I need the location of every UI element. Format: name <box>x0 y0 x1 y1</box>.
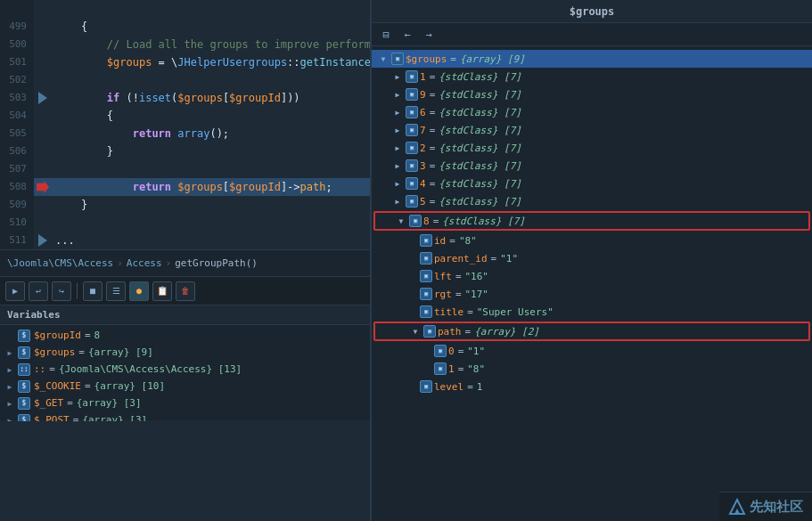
tree-item-6[interactable]: ▣ 6 = {stdClass} [7] <box>372 103 812 121</box>
tree-item-1[interactable]: ▣ 1 = {stdClass} [7] <box>372 68 812 85</box>
main-container: protected static function getGroupPath($… <box>0 0 812 521</box>
ln-506: 506 <box>0 142 34 160</box>
ln-509: 509 <box>0 196 34 214</box>
ln-501: 501 <box>0 53 34 71</box>
var-icon-groupId: $ <box>18 330 30 342</box>
tree-expand-7[interactable] <box>391 124 404 136</box>
tree-item-path[interactable]: ▣ path = {array} [2] <box>375 322 808 340</box>
toolbar-btn-list[interactable]: ☰ <box>106 281 126 301</box>
g-500 <box>34 36 52 53</box>
breakpoint-icon-508 <box>37 181 49 193</box>
toolbar-btn-watch[interactable]: ● <box>129 281 149 301</box>
tree-item-8[interactable]: ▣ 8 = {stdClass} [7] <box>375 212 808 230</box>
breadcrumb-sep-2: › <box>166 257 172 269</box>
tree-expand-p1 <box>420 362 432 375</box>
tree-icon-9: ▣ <box>406 88 418 101</box>
tree-icon-groups: ▣ <box>391 53 404 65</box>
var-icon-cookie: $ <box>18 380 30 393</box>
breadcrumb-item-2[interactable]: Access <box>127 257 162 269</box>
tree-item-path-1[interactable]: ▣ 1 = "8" <box>372 360 812 378</box>
tree-icon-4: ▣ <box>406 177 418 190</box>
toolbar-btn-stop[interactable]: ■ <box>83 281 103 301</box>
tree-expand-8[interactable] <box>395 215 407 227</box>
breadcrumb-item-3[interactable]: getGroupPath() <box>175 257 258 269</box>
lc-504: { <box>52 107 370 125</box>
debug-btn-refresh[interactable]: → <box>420 26 438 44</box>
variables-panel: Variables $ $groupId = 8 $ $ <box>0 305 370 420</box>
tree-item-9[interactable]: ▣ 9 = {stdClass} [7] <box>372 85 812 103</box>
debug-panel-header: $groups <box>372 0 812 23</box>
var-name-cookie: $_COOKIE <box>34 380 81 392</box>
var-icon-dc: :: <box>18 363 30 376</box>
var-expand-groups[interactable] <box>5 348 14 357</box>
debug-panel-toolbar: ⊟ ← → <box>372 23 812 46</box>
tree-expand-9[interactable] <box>391 88 404 101</box>
g-508 <box>34 178 52 196</box>
gutter-498 <box>34 0 52 18</box>
var-groups[interactable]: $ $groups = {array} [9] <box>0 344 370 361</box>
var-icon-get: $ <box>18 397 30 410</box>
tree-item-lft[interactable]: ▣ lft = "16" <box>372 267 812 285</box>
variables-title: Variables <box>7 309 61 321</box>
debug-btn-back[interactable]: ⊟ <box>377 26 395 44</box>
tree-type-groups: {array} [9] <box>460 53 525 65</box>
var-doublecolon[interactable]: :: :: = {Joomla\CMS\Access\Access} [13] <box>0 361 370 378</box>
code-line-500: 500 // Load all the groups to improve pe… <box>0 36 370 53</box>
var-expand-get[interactable] <box>5 399 14 408</box>
toolbar-btn-delete[interactable]: 🗑 <box>176 281 195 301</box>
tree-item-2[interactable]: ▣ 2 = {stdClass} [7] <box>372 139 812 157</box>
var-cookie[interactable]: $ $_COOKIE = {array} [10] <box>0 378 370 395</box>
tree-item-path-container: ▣ path = {array} [2] <box>375 322 808 340</box>
var-expand-dc[interactable] <box>5 365 14 374</box>
tree-item-rgt[interactable]: ▣ rgt = "17" <box>372 285 812 303</box>
tree-item-path-0[interactable]: ▣ 0 = "1" <box>372 342 812 360</box>
tree-item-level[interactable]: ▣ level = 1 <box>372 378 812 395</box>
lc-501: $groups = \JHelperUsergroups::getInstanc… <box>52 53 370 71</box>
tree-item-parent-id[interactable]: ▣ parent_id = "1" <box>372 249 812 267</box>
lc-506: } <box>52 142 370 160</box>
breadcrumb-item-1[interactable]: \Joomla\CMS\Access <box>7 257 113 269</box>
tree-expand-path[interactable] <box>409 325 422 338</box>
toolbar-btn-step-into[interactable]: ↪ <box>52 281 71 301</box>
tree-item-groups[interactable]: ▣ $groups = {array} [9] <box>372 50 812 68</box>
tree-item-7[interactable]: ▣ 7 = {stdClass} [7] <box>372 121 812 139</box>
var-val-get: {array} [3] <box>77 397 142 409</box>
var-expand-post[interactable] <box>5 416 14 422</box>
var-name-groupId: $groupId <box>34 330 81 341</box>
tree-icon-7: ▣ <box>406 124 418 136</box>
tree-item-5[interactable]: ▣ 5 = {stdClass} [7] <box>372 192 812 210</box>
tree-expand-id <box>406 234 418 247</box>
var-expand-cookie[interactable] <box>5 382 14 391</box>
toolbar-btn-step-over[interactable]: ↩ <box>29 281 48 301</box>
var-eq-dc: = <box>49 363 55 375</box>
tree-expand-groups[interactable] <box>377 53 390 65</box>
ln-502: 502 <box>0 71 34 89</box>
tree-icon-title: ▣ <box>420 305 432 318</box>
toolbar-btn-play[interactable]: ▶ <box>5 281 25 301</box>
var-get[interactable]: $ $_GET = {array} [3] <box>0 395 370 411</box>
tree-item-id[interactable]: ▣ id = "8" <box>372 232 812 249</box>
debug-tree: ▣ $groups = {array} [9] ▣ 1 = {stdClass}… <box>372 46 812 521</box>
tree-icon-pid: ▣ <box>420 252 432 265</box>
debug-btn-forward[interactable]: ← <box>398 26 416 44</box>
expand-arrow-get <box>8 399 12 408</box>
tree-expand-2[interactable] <box>391 142 404 154</box>
tree-expand-4[interactable] <box>391 177 404 190</box>
tree-expand-3[interactable] <box>391 159 404 172</box>
var-name-post: $_POST <box>34 414 70 421</box>
var-post[interactable]: $ $_POST = {array} [3] <box>0 411 370 421</box>
toolbar-btn-copy[interactable]: 📋 <box>152 281 172 301</box>
toolbar-separator-1 <box>77 283 78 299</box>
tree-item-3[interactable]: ▣ 3 = {stdClass} [7] <box>372 157 812 175</box>
var-groupId[interactable]: $ $groupId = 8 <box>0 327 370 344</box>
var-val-dc: {Joomla\CMS\Access\Access} [13] <box>59 363 242 375</box>
tree-expand-6[interactable] <box>391 106 404 118</box>
var-val-groups: {array} [9] <box>88 346 153 358</box>
ln-505: 505 <box>0 125 34 142</box>
tree-item-4[interactable]: ▣ 4 = {stdClass} [7] <box>372 175 812 192</box>
tree-item-title[interactable]: ▣ title = "Super Users" <box>372 303 812 321</box>
tree-expand-5[interactable] <box>391 195 404 208</box>
tree-expand-1[interactable] <box>391 70 404 83</box>
code-line-504: 504 { <box>0 107 370 125</box>
tree-icon-1: ▣ <box>406 70 418 83</box>
